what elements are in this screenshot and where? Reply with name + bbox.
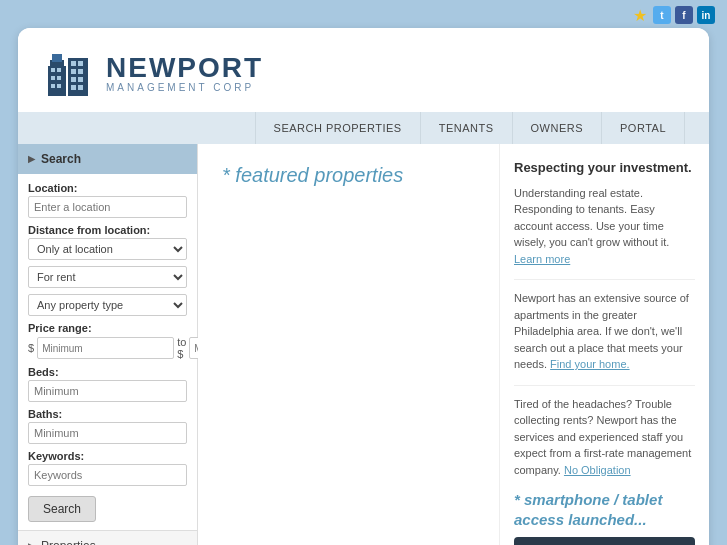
- baths-input[interactable]: [28, 422, 187, 444]
- location-label: Location:: [28, 182, 187, 194]
- right-panel-divider1: [514, 279, 695, 280]
- keywords-label: Keywords:: [28, 450, 187, 462]
- svg-rect-8: [57, 84, 61, 88]
- svg-rect-2: [52, 54, 62, 62]
- svg-rect-13: [78, 69, 83, 74]
- facebook-icon[interactable]: f: [675, 6, 693, 24]
- nav-owners[interactable]: OWNERS: [513, 112, 603, 144]
- star-icon[interactable]: ★: [631, 6, 649, 24]
- svg-rect-7: [51, 84, 55, 88]
- svg-rect-15: [78, 77, 83, 82]
- learn-more-link[interactable]: Learn more: [514, 253, 570, 265]
- sidebar-search-section: ▶ Search Location: Distance from locatio…: [18, 144, 197, 531]
- device-image: [514, 537, 695, 545]
- search-form: Location: Distance from location: Only a…: [18, 174, 197, 530]
- content-area: ▶ Search Location: Distance from locatio…: [18, 144, 709, 545]
- featured-title: * featured properties: [222, 164, 475, 187]
- baths-label: Baths:: [28, 408, 187, 420]
- right-panel-title: Respecting your investment.: [514, 160, 695, 177]
- logo-area: NEWPORT MANAGEMENT CORP: [42, 46, 685, 100]
- svg-rect-10: [71, 61, 76, 66]
- sidebar-search-header[interactable]: ▶ Search: [18, 144, 197, 174]
- svg-rect-5: [51, 76, 55, 80]
- svg-rect-6: [57, 76, 61, 80]
- logo-building-icon: [42, 46, 96, 100]
- svg-rect-14: [71, 77, 76, 82]
- logo-name: NEWPORT: [106, 54, 263, 82]
- svg-rect-3: [51, 68, 55, 72]
- svg-rect-16: [71, 85, 76, 90]
- sidebar-properties-label: Properties: [41, 539, 96, 545]
- main-content: * featured properties: [198, 144, 499, 545]
- right-panel-divider2: [514, 385, 695, 386]
- beds-input[interactable]: [28, 380, 187, 402]
- price-to-label: to $: [177, 336, 186, 360]
- nav-portal[interactable]: PORTAL: [602, 112, 685, 144]
- top-icons-bar: ★ t f in: [0, 0, 727, 28]
- sidebar-properties-section[interactable]: ▶ Properties: [18, 531, 197, 545]
- price-from-label: $: [28, 342, 34, 354]
- keywords-input[interactable]: [28, 464, 187, 486]
- nav-search-properties[interactable]: SEARCH PROPERTIES: [255, 112, 421, 144]
- right-panel-para2: Newport has an extensive source of apart…: [514, 290, 695, 373]
- nav-bar: SEARCH PROPERTIES TENANTS OWNERS PORTAL: [18, 112, 709, 144]
- sidebar-search-label: Search: [41, 152, 81, 166]
- svg-rect-12: [71, 69, 76, 74]
- svg-rect-17: [78, 85, 83, 90]
- no-obligation-link[interactable]: No Obligation: [564, 464, 631, 476]
- price-range-label: Price range:: [28, 322, 187, 334]
- search-arrow-icon: ▶: [28, 154, 35, 164]
- right-panel-para1: Understanding real estate. Responding to…: [514, 185, 695, 268]
- beds-label: Beds:: [28, 366, 187, 378]
- price-min-input[interactable]: [37, 337, 174, 359]
- logo-sub: MANAGEMENT CORP: [106, 82, 263, 93]
- right-panel: Respecting your investment. Understandin…: [499, 144, 709, 545]
- right-panel-para3: Tired of the headaches? Trouble collecti…: [514, 396, 695, 479]
- nav-tenants[interactable]: TENANTS: [421, 112, 513, 144]
- header: NEWPORT MANAGEMENT CORP: [18, 28, 709, 112]
- linkedin-icon[interactable]: in: [697, 6, 715, 24]
- distance-label: Distance from location:: [28, 224, 187, 236]
- promo-asterisk: *: [514, 491, 524, 508]
- logo-text-area: NEWPORT MANAGEMENT CORP: [106, 54, 263, 93]
- listing-type-select[interactable]: For rent: [28, 266, 187, 288]
- main-container: NEWPORT MANAGEMENT CORP SEARCH PROPERTIE…: [18, 28, 709, 545]
- price-range-row: $ to $: [28, 336, 187, 360]
- property-type-select[interactable]: Any property type: [28, 294, 187, 316]
- svg-rect-11: [78, 61, 83, 66]
- distance-select[interactable]: Only at location: [28, 238, 187, 260]
- properties-arrow-icon: ▶: [28, 541, 35, 545]
- promo-highlight: * smartphone / tablet access launched...: [514, 490, 695, 529]
- find-home-link[interactable]: Find your home.: [550, 358, 629, 370]
- location-input[interactable]: [28, 196, 187, 218]
- sidebar: ▶ Search Location: Distance from locatio…: [18, 144, 198, 545]
- search-button[interactable]: Search: [28, 496, 96, 522]
- svg-rect-4: [57, 68, 61, 72]
- twitter-icon[interactable]: t: [653, 6, 671, 24]
